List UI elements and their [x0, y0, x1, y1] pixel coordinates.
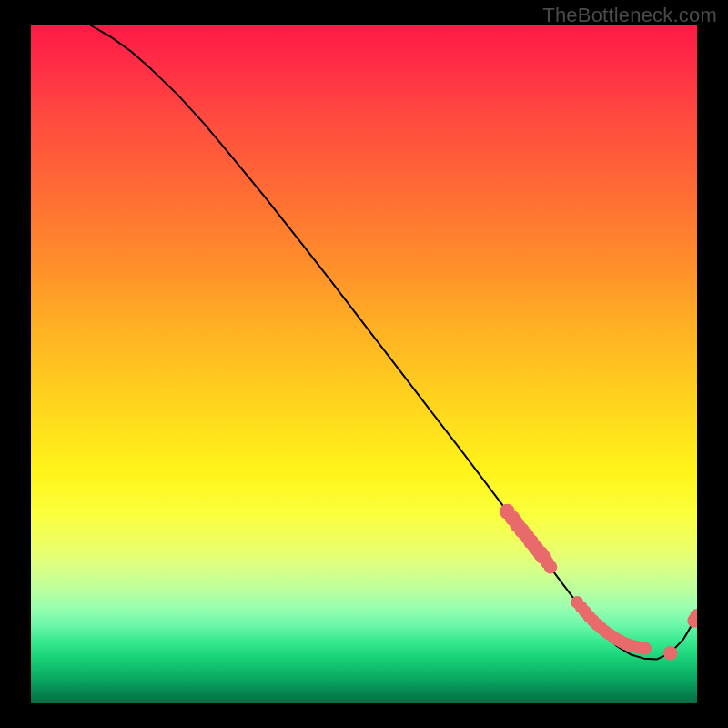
data-point [663, 646, 677, 660]
plot-area [31, 25, 697, 703]
bottleneck-curve [91, 25, 697, 659]
data-point [544, 561, 558, 574]
data-point [639, 642, 652, 655]
chart-frame: TheBottleneck.com [0, 0, 728, 728]
data-points [500, 504, 697, 661]
chart-svg [31, 25, 697, 703]
watermark-text: TheBottleneck.com [542, 4, 717, 27]
